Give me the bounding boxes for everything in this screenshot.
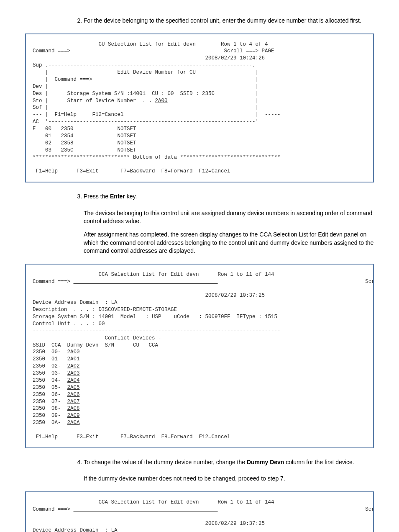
t1-startdev-value[interactable]: 2A00 <box>155 98 168 104</box>
step-3: Press the Enter key. <box>84 193 374 201</box>
s4-b: column for the first device. <box>284 459 354 465</box>
t3-d1: Device Address Domain : LA <box>33 527 118 532</box>
t2-d3: Storage System S/N : 14001 Model : USP u… <box>33 314 277 320</box>
t1-title: CU Selection List for Edit devn Row 1 to… <box>33 41 268 47</box>
s3-p1: The devices belonging to this control un… <box>84 209 374 226</box>
t2-devn-1[interactable]: 2A01 <box>67 356 80 362</box>
t2-d1: Device Address Domain : LA <box>33 300 118 306</box>
t1-cmd: Command ===> Scroll ===> PAGE <box>33 48 274 54</box>
t2-cmd-input[interactable] <box>74 279 218 285</box>
step-2: For the device belonging to the specifie… <box>84 17 374 25</box>
t2-d4: Control Unit . . . : 00 <box>33 321 105 327</box>
t2-row: 2350 02- <box>33 363 67 369</box>
t1-l7: --- | F1=Help F12=Cancel | ----- <box>33 112 281 118</box>
t1-l2: | Command ===> | <box>33 77 258 82</box>
terminal-panel-1: CU Selection List for Edit devn Row 1 to… <box>25 33 374 183</box>
t2-cmdpre: Command ===> <box>33 279 74 285</box>
s3-p2: After assignment has completed, the scre… <box>84 231 374 255</box>
t2-row: 2350 04- <box>33 378 67 383</box>
t1-sup: Sup .-----------------------------------… <box>33 62 256 68</box>
t2-devn-4[interactable]: 2A04 <box>67 378 80 383</box>
t2-devn-9[interactable]: 2A09 <box>67 413 80 419</box>
t1-l6: Sof | | <box>33 105 258 111</box>
t1-l3: Dev | | <box>33 84 258 90</box>
t3-date: 2008/02/29 10:37:25 <box>33 521 265 527</box>
t2-row: 2350 00- <box>33 349 67 355</box>
t2-row: 2350 07- <box>33 399 67 405</box>
t2-devn-2[interactable]: 2A02 <box>67 363 80 369</box>
t1-l1: | Edit Device Number for CU | <box>33 69 258 75</box>
t2-cmdpost: Scroll ===> <box>218 279 374 285</box>
terminal-panel-2: CCA Selection List for Edit devn Row 1 t… <box>25 264 374 448</box>
t2-devn-5[interactable]: 2A05 <box>67 385 80 391</box>
t2-row: 2350 01- <box>33 356 67 362</box>
dummy-devn-bold: Dummy Devn <box>247 459 284 465</box>
t2-row: 2350 05- <box>33 385 67 391</box>
s3-tail: key. <box>125 193 137 200</box>
t1-r2: 01 2354 NOTSET <box>33 133 136 139</box>
t1-bottom: ******************************* Bottom o… <box>33 154 281 160</box>
t1-date: 2008/02/29 10:24:26 <box>33 55 265 61</box>
t3-title: CCA Selection List for Edit devn Row 1 t… <box>33 499 274 505</box>
t2-fkeys: F1=Help F3=Exit F7=Backward F8=Forward F… <box>33 434 230 440</box>
terminal-panel-3: CCA Selection List for Edit devn Row 1 t… <box>25 491 374 532</box>
t2-row: 2350 06- <box>33 392 67 398</box>
enter-key: Enter <box>110 193 125 200</box>
t2-row: 2350 03- <box>33 370 67 376</box>
t1-l5pre: Sto | Start of Device Number . . <box>33 98 155 104</box>
t1-l4: Des | Storage System S/N :14001 CU : 00 … <box>33 91 258 97</box>
t1-fkeys: F1=Help F3=Exit F7=Backward F8=Forward F… <box>33 168 230 174</box>
t3-cmdpost: Scroll ===> <box>218 506 374 512</box>
t2-hdr2: SSID CCA Dummy Devn S/N CU CCA <box>33 342 158 348</box>
t2-d2: Description . . . : DISCOVERED-REMOTE-ST… <box>33 307 177 313</box>
t2-hdr1: Conflict Devices - <box>33 335 161 341</box>
t2-devn-8[interactable]: 2A08 <box>67 406 80 411</box>
t2-row: 2350 0A- <box>33 420 67 426</box>
t1-r1: E 00 2350 NOTSET <box>33 126 136 132</box>
t2-devn-10[interactable]: 2A0A <box>67 420 80 426</box>
t1-r3: 02 2358 NOTSET <box>33 140 136 146</box>
t2-row: 2350 08- <box>33 406 67 411</box>
s3-a: Press the <box>84 193 110 200</box>
t2-devn-7[interactable]: 2A07 <box>67 399 80 405</box>
t2-devn-0[interactable]: 2A00 <box>67 349 80 355</box>
step-4: To change the value of the dummy device … <box>84 458 374 467</box>
t1-l8: AC '------------------------------------… <box>33 119 258 125</box>
t3-cmdpre: Command ===> <box>33 506 74 512</box>
t1-r4: 03 235C NOTSET <box>33 147 136 153</box>
t2-date: 2008/02/29 10:37:25 <box>33 293 265 298</box>
s4-a: To change the value of the dummy device … <box>84 459 247 465</box>
t1-l5post: | <box>168 98 259 104</box>
t2-devn-3[interactable]: 2A03 <box>67 370 80 376</box>
t2-row: 2350 09- <box>33 413 67 419</box>
t2-sep: ----------------------------------------… <box>33 328 281 334</box>
t2-devn-6[interactable]: 2A06 <box>67 392 80 398</box>
s4-p1: If the dummy device number does not need… <box>84 475 374 483</box>
t2-title: CCA Selection List for Edit devn Row 1 t… <box>33 272 274 278</box>
t3-cmd-input[interactable] <box>74 506 218 512</box>
